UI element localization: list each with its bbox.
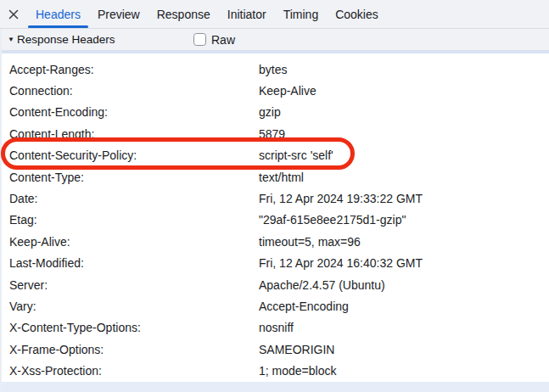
raw-checkbox[interactable]	[193, 33, 206, 46]
header-value: bytes	[259, 63, 287, 76]
raw-toggle: Raw	[193, 29, 235, 50]
header-row-last-modified: Last-Modified: Fri, 12 Apr 2024 16:40:32…	[2, 253, 549, 274]
tab-headers[interactable]: Headers	[27, 0, 89, 28]
header-value: SAMEORIGIN	[259, 343, 334, 356]
close-icon	[8, 8, 20, 20]
devtools-tabbar: Headers Preview Response Initiator Timin…	[0, 0, 549, 29]
header-value: Fri, 12 Apr 2024 16:40:32 GMT	[259, 256, 423, 270]
header-name: Last-Modified:	[2, 256, 84, 270]
section-title: Response Headers	[17, 33, 115, 46]
header-name: Server:	[2, 278, 48, 292]
header-name: Etag:	[2, 213, 37, 227]
tab-response[interactable]: Response	[148, 0, 219, 28]
header-row-x-xss-protection: X-Xss-Protection: 1; mode=block	[2, 360, 549, 381]
header-row-content-security-policy: Content-Security-Policy: script-src 'sel…	[2, 145, 549, 166]
header-row-keep-alive: Keep-Alive: timeout=5, max=96	[2, 231, 549, 252]
header-row-x-frame-options: X-Frame-Options: SAMEORIGIN	[2, 339, 549, 360]
header-row-server: Server: Apache/2.4.57 (Ubuntu)	[2, 274, 549, 295]
header-value: 5879	[259, 127, 285, 141]
header-name: X-Content-Type-Options:	[2, 321, 141, 334]
header-row-x-content-type-options: X-Content-Type-Options: nosniff	[2, 317, 549, 339]
header-row-date: Date: Fri, 12 Apr 2024 19:33:22 GMT	[2, 188, 549, 209]
tab-label: Cookies	[335, 8, 378, 21]
headers-list: Accept-Ranges: bytes Connection: Keep-Al…	[2, 53, 549, 382]
tab-strip: Headers Preview Response Initiator Timin…	[27, 0, 387, 28]
collapse-triangle-icon[interactable]: ▼	[8, 36, 14, 43]
tab-preview[interactable]: Preview	[89, 0, 148, 28]
header-name: X-Frame-Options:	[2, 343, 104, 356]
header-name: X-Xss-Protection:	[2, 364, 102, 378]
tab-label: Initiator	[227, 8, 266, 21]
tab-cookies[interactable]: Cookies	[327, 0, 387, 28]
close-button[interactable]	[0, 0, 27, 28]
network-details-pane: Headers Preview Response Initiator Timin…	[0, 0, 549, 392]
tab-label: Headers	[36, 8, 81, 21]
header-value: gzip	[259, 105, 281, 119]
header-row-connection: Connection: Keep-Alive	[2, 80, 549, 101]
header-row-vary: Vary: Accept-Encoding	[2, 295, 549, 316]
header-value: Fri, 12 Apr 2024 19:33:22 GMT	[259, 192, 423, 205]
bottom-strip	[2, 382, 549, 392]
header-name: Accept-Ranges:	[2, 63, 94, 76]
header-value: timeout=5, max=96	[259, 235, 361, 249]
header-row-accept-ranges: Accept-Ranges: bytes	[2, 59, 549, 80]
header-name: Content-Encoding:	[2, 105, 108, 119]
tab-label: Preview	[98, 8, 140, 21]
header-name: Date:	[2, 192, 37, 205]
header-value: "29af-615e8ee2175d1-gzip"	[259, 213, 406, 227]
header-value: Keep-Alive	[259, 84, 317, 98]
response-headers-section-header[interactable]: ▼ Response Headers Raw	[2, 29, 549, 51]
header-name: Content-Length:	[2, 127, 94, 141]
header-value: nosniff	[259, 321, 294, 334]
headers-pane: ▼ Response Headers Raw Accept-Ranges: by…	[0, 29, 549, 392]
header-row-etag: Etag: "29af-615e8ee2175d1-gzip"	[2, 210, 549, 231]
raw-checkbox-label[interactable]: Raw	[211, 33, 235, 47]
tab-initiator[interactable]: Initiator	[219, 0, 275, 28]
header-value: text/html	[259, 171, 304, 184]
header-row-content-type: Content-Type: text/html	[2, 166, 549, 188]
header-name: Content-Security-Policy:	[2, 148, 137, 162]
header-name: Vary:	[2, 300, 36, 313]
header-value: Apache/2.4.57 (Ubuntu)	[259, 278, 385, 292]
header-value: Accept-Encoding	[259, 300, 349, 313]
header-row-content-length: Content-Length: 5879	[2, 123, 549, 144]
header-row-content-encoding: Content-Encoding: gzip	[2, 102, 549, 123]
header-value: script-src 'self'	[259, 148, 333, 162]
tab-label: Response	[157, 8, 210, 21]
tab-timing[interactable]: Timing	[275, 0, 328, 28]
header-name: Connection:	[2, 84, 73, 98]
tab-label: Timing	[283, 8, 319, 21]
header-value: 1; mode=block	[259, 364, 336, 378]
header-name: Content-Type:	[2, 171, 84, 184]
header-name: Keep-Alive:	[2, 235, 70, 249]
